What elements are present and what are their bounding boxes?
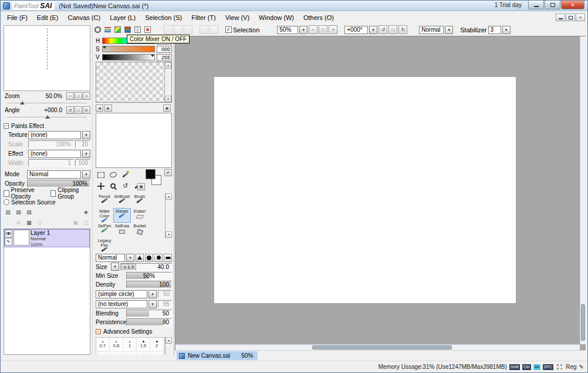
canvas-viewport[interactable] bbox=[175, 36, 586, 350]
zoom-combo-dropdown-button[interactable]: ▼ bbox=[299, 26, 307, 34]
clear-layer-button[interactable]: ▦ bbox=[25, 219, 33, 227]
stabilizer-dropdown-button[interactable]: ▼ bbox=[502, 26, 511, 34]
size-preset[interactable]: 0.8 bbox=[110, 338, 123, 352]
clipping-group-checkbox[interactable] bbox=[50, 190, 56, 197]
menu-edit[interactable]: Edit (E) bbox=[32, 13, 63, 22]
texture-select[interactable]: (none) bbox=[28, 131, 81, 139]
tool-selpen[interactable]: SelPen bbox=[96, 223, 113, 237]
menu-filter[interactable]: Filter (T) bbox=[187, 13, 221, 22]
mdi-restore-button[interactable] bbox=[566, 14, 575, 21]
brush-mode-dropdown-button[interactable]: ▼ bbox=[126, 254, 134, 262]
close-button[interactable]: × bbox=[561, 1, 584, 9]
menu-window[interactable]: Window (W) bbox=[254, 13, 299, 22]
brush-size-slider[interactable]: x 1.0 40.0 bbox=[120, 263, 172, 271]
swatch-palette[interactable]: ▲ ▼ bbox=[96, 62, 172, 103]
new-layer-folder-button[interactable]: ▧ bbox=[25, 208, 33, 216]
value-slider[interactable] bbox=[102, 54, 155, 61]
size-preset[interactable]: 2.3 bbox=[96, 352, 110, 355]
tool-airbrush[interactable]: AirBrush bbox=[113, 193, 131, 208]
navigator-preview[interactable] bbox=[4, 25, 90, 91]
blending-slider[interactable]: 50 bbox=[126, 310, 172, 317]
rgb-sliders-icon[interactable] bbox=[103, 25, 112, 34]
angle-combo-dropdown-button[interactable]: ▼ bbox=[369, 26, 377, 34]
layer-mode-select[interactable]: Normal bbox=[27, 170, 81, 179]
swatch-menu-button[interactable]: ▣ bbox=[163, 105, 171, 112]
brush-tip-dot-button[interactable] bbox=[154, 254, 163, 262]
swatch-prev-button[interactable]: ◀ bbox=[96, 105, 103, 112]
selection-checkbox[interactable]: ✓ bbox=[225, 26, 232, 33]
rotate-cw-button[interactable]: ↻ bbox=[398, 25, 407, 34]
navigator-angle-slider[interactable] bbox=[7, 115, 87, 119]
brush-blend-mode-select[interactable]: Normal bbox=[96, 254, 125, 262]
brush-texture-dropdown-button[interactable]: ▼ bbox=[148, 300, 157, 308]
swatches-icon[interactable] bbox=[123, 25, 132, 34]
brush-tip-triangle-button[interactable] bbox=[136, 254, 144, 262]
density-slider[interactable]: 100 bbox=[126, 281, 172, 288]
menu-selection[interactable]: Selection (S) bbox=[140, 13, 187, 22]
tool-seleras[interactable]: SelEras bbox=[113, 223, 131, 237]
magic-wand-tool[interactable] bbox=[120, 170, 130, 180]
brush-tip-circle-button[interactable] bbox=[145, 254, 153, 262]
lasso-tool[interactable] bbox=[108, 170, 118, 180]
maximize-button[interactable] bbox=[545, 1, 560, 9]
tool-watercolor[interactable]: Water Color bbox=[96, 208, 113, 223]
size-preset[interactable]: 4 bbox=[150, 352, 164, 355]
foreground-color-swatch[interactable] bbox=[146, 169, 156, 179]
layer-mask-button[interactable]: ◈ bbox=[82, 208, 90, 216]
titlebar[interactable]: PaintTool SAI (Not Saved)New Canvas.sai … bbox=[1, 1, 587, 11]
layer-opacity-slider[interactable]: 100% bbox=[27, 180, 90, 187]
rotate-view-tool[interactable]: ↺ bbox=[120, 182, 130, 191]
canvas-horizontal-scrollbar[interactable] bbox=[175, 344, 580, 350]
size-preset[interactable]: 2 bbox=[150, 338, 164, 352]
saturation-value-box[interactable]: 000 bbox=[157, 46, 172, 53]
canvas-document[interactable] bbox=[214, 77, 516, 303]
tool-eraser[interactable]: Eraser bbox=[131, 208, 148, 223]
navigator-angle-reset-button[interactable]: □ bbox=[75, 106, 82, 114]
canvas-vertical-scrollbar[interactable] bbox=[580, 36, 586, 344]
tool-grid-scrollbar[interactable]: ▲ ▼ bbox=[165, 193, 172, 238]
menu-canvas[interactable]: Canvas (C) bbox=[63, 13, 106, 22]
paints-effect-collapse-button[interactable]: − bbox=[4, 123, 9, 129]
brush-tip-flat-button[interactable] bbox=[164, 254, 172, 262]
rect-select-tool[interactable] bbox=[96, 170, 106, 180]
navigator-zoom-reset-button[interactable]: □ bbox=[75, 92, 82, 100]
swatch-scroll-down-button[interactable]: ▼ bbox=[165, 96, 171, 102]
advanced-settings-row[interactable]: + Advanced Settings bbox=[96, 328, 172, 335]
swap-colors-button[interactable]: ⇄ bbox=[164, 169, 172, 176]
preset-scroll-up-button[interactable]: ▲ bbox=[165, 337, 172, 344]
menu-file[interactable]: File (F) bbox=[2, 13, 32, 22]
custom-swatches-icon[interactable] bbox=[133, 25, 142, 34]
rotate-ccw-button[interactable]: ↺ bbox=[379, 25, 387, 34]
zoom-reset-button[interactable]: □ bbox=[319, 25, 327, 34]
new-lineart-layer-button[interactable]: ▨ bbox=[14, 208, 23, 216]
persistence-slider[interactable]: 80 bbox=[126, 318, 172, 326]
advanced-settings-expand-button[interactable]: + bbox=[96, 329, 101, 334]
scratchpad-canvas[interactable] bbox=[96, 113, 172, 168]
reset-colors-button[interactable]: ▣ bbox=[137, 183, 145, 190]
effect-select[interactable]: (none) bbox=[28, 150, 81, 158]
hue-wheel-icon[interactable] bbox=[93, 25, 102, 34]
move-tool[interactable] bbox=[96, 182, 106, 191]
zoom-percent-combo[interactable]: 50% bbox=[277, 26, 298, 34]
size-preset[interactable]: 0.7 bbox=[96, 338, 110, 352]
effect-dropdown-button[interactable]: ▼ bbox=[82, 150, 90, 158]
saturation-slider[interactable] bbox=[102, 46, 155, 52]
tool-scroll-up-button[interactable]: ▲ bbox=[165, 193, 172, 200]
menu-view[interactable]: View (V) bbox=[221, 13, 254, 22]
zoom-out-button[interactable]: − bbox=[309, 25, 317, 34]
layer-paint-indicator[interactable]: ✎ bbox=[5, 238, 12, 246]
swatch-scrollbar[interactable]: ▲ ▼ bbox=[164, 62, 171, 102]
brush-shape-dropdown-button[interactable]: ▼ bbox=[148, 290, 157, 298]
angle-slider-thumb[interactable] bbox=[45, 115, 50, 119]
tool-marker[interactable]: Marker bbox=[113, 208, 131, 223]
vertical-scroll-thumb[interactable] bbox=[581, 304, 585, 341]
value-value-box[interactable]: 255 bbox=[157, 54, 172, 61]
swatch-scroll-up-button[interactable]: ▲ bbox=[165, 62, 171, 69]
paint-mode-combo[interactable]: Normal bbox=[419, 26, 444, 34]
mdi-close-button[interactable]: × bbox=[576, 14, 585, 21]
zoom-tool[interactable] bbox=[108, 182, 118, 191]
layer-thumbnail[interactable] bbox=[13, 230, 29, 246]
brush-size-unit-button[interactable]: ▼ bbox=[111, 263, 119, 271]
color-mixer-icon[interactable] bbox=[113, 25, 122, 34]
size-preset[interactable]: 3.5 bbox=[137, 352, 150, 355]
